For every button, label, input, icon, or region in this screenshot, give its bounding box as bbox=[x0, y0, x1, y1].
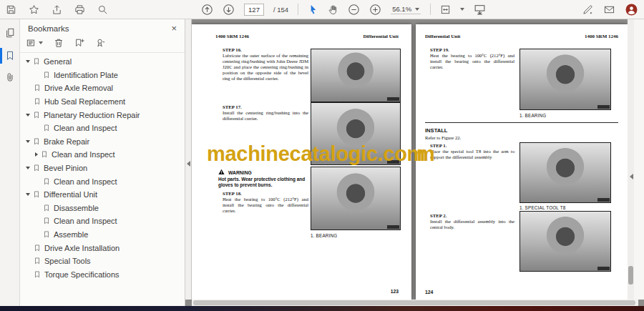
pdf-page-123[interactable]: 1400 SRM 1246 Differential Unit STEP 16.… bbox=[192, 24, 411, 300]
page-thumbnails-tab[interactable] bbox=[0, 24, 19, 42]
bookmark-item[interactable]: Bevel Pinion bbox=[20, 162, 185, 175]
bookmark-label: Assemble bbox=[54, 230, 88, 239]
toolbar-center-group: / 154 56.1% bbox=[201, 0, 486, 19]
warning-title: WARNING bbox=[228, 170, 252, 175]
user-avatar[interactable] bbox=[625, 4, 638, 16]
bookmark-label: Drive Axle Installation bbox=[44, 244, 119, 252]
zoom-level-dropdown[interactable]: 56.1% bbox=[391, 4, 421, 14]
page-header-left: 1400 SRM 1246 bbox=[215, 34, 249, 39]
chevron-down-icon[interactable] bbox=[26, 60, 30, 63]
zoom-out-icon[interactable] bbox=[348, 4, 360, 16]
bookmark-item[interactable]: Differential Unit bbox=[20, 188, 185, 202]
caret-placeholder bbox=[35, 219, 40, 222]
chevron-down-icon[interactable] bbox=[26, 167, 30, 169]
select-cursor-icon[interactable] bbox=[308, 4, 318, 15]
bookmark-tree: GeneralIdentification PlateDrive Axle Re… bbox=[20, 53, 185, 281]
bookmark-label: Disassemble bbox=[54, 204, 99, 212]
horizontal-scrollbar[interactable] bbox=[192, 300, 638, 306]
star-icon[interactable] bbox=[29, 4, 39, 15]
chevron-down-icon[interactable] bbox=[460, 8, 464, 11]
chevron-down-icon[interactable] bbox=[26, 140, 30, 143]
page-number-input[interactable] bbox=[244, 4, 264, 16]
page-number: 124 bbox=[425, 290, 433, 295]
toolbar-left-group bbox=[6, 0, 108, 19]
new-bookmark-icon[interactable] bbox=[74, 38, 84, 48]
bookmark-icon bbox=[33, 111, 40, 119]
step-18-block: STEP 18. Heat the bearing to 100°C (212°… bbox=[223, 191, 308, 214]
step-body: Lubricate the outer surface of the remai… bbox=[223, 53, 308, 82]
hand-tool-icon[interactable] bbox=[328, 4, 338, 15]
bookmark-item[interactable]: Clean and Inspect bbox=[20, 214, 185, 228]
taskbar-edge bbox=[0, 306, 644, 311]
bookmark-item[interactable]: Torque Specifications bbox=[20, 268, 185, 282]
expand-current-bookmark-icon[interactable] bbox=[95, 38, 105, 48]
bookmark-item[interactable]: Hub Seal Replacement bbox=[20, 95, 185, 109]
chevron-down-icon[interactable] bbox=[26, 193, 30, 196]
email-icon[interactable] bbox=[604, 4, 615, 15]
share-upload-icon[interactable] bbox=[52, 4, 62, 15]
bookmark-item[interactable]: Brake Repair bbox=[20, 135, 185, 149]
print-icon[interactable] bbox=[74, 4, 85, 15]
bookmarks-tab[interactable] bbox=[0, 46, 19, 65]
toolbar-right-group bbox=[582, 0, 638, 19]
figure-photo-install-step1 bbox=[519, 142, 611, 203]
page-total-label: / 154 bbox=[273, 6, 288, 14]
panel-divider[interactable] bbox=[185, 19, 192, 300]
page-header-left: Differential Unit bbox=[425, 34, 460, 39]
bookmark-item[interactable]: Identification Plate bbox=[20, 69, 185, 82]
horizontal-scrollbar-thumb[interactable] bbox=[193, 300, 635, 305]
bookmark-item[interactable]: Clean and Inspect bbox=[20, 174, 185, 188]
toolbar-separator bbox=[430, 4, 431, 15]
collapse-panel-icon[interactable] bbox=[187, 161, 190, 167]
pages-icon bbox=[5, 28, 15, 38]
bookmark-item[interactable]: Planetary Reduction Repair bbox=[20, 108, 185, 122]
chevron-right-icon[interactable] bbox=[35, 152, 38, 157]
caret-placeholder bbox=[35, 207, 40, 209]
bookmark-item[interactable]: Assemble bbox=[20, 228, 185, 242]
figure-photo-step19 bbox=[519, 49, 611, 110]
bookmark-icon bbox=[33, 190, 40, 199]
close-icon[interactable]: × bbox=[171, 24, 177, 33]
chevron-down-icon bbox=[39, 41, 43, 44]
bookmark-label: Clean and Inspect bbox=[54, 124, 117, 132]
bookmark-item[interactable]: Clean and Inspect bbox=[20, 122, 185, 135]
bookmark-item[interactable]: General bbox=[20, 55, 185, 69]
delete-bookmark-icon[interactable] bbox=[54, 38, 64, 48]
step-2-block: STEP 2. Install the differential assembl… bbox=[430, 213, 514, 230]
reading-mode-icon[interactable] bbox=[474, 4, 486, 16]
figure-photo-step18 bbox=[311, 167, 401, 230]
bookmark-item[interactable]: Clean and Inspect bbox=[20, 148, 185, 162]
attachments-tab[interactable] bbox=[0, 68, 19, 87]
chevron-down-icon[interactable] bbox=[26, 114, 30, 117]
figure-photo-step16 bbox=[311, 49, 401, 102]
bookmark-icon bbox=[34, 270, 41, 279]
pdf-page-124[interactable]: Differential Unit 1400 SRM 1246 STEP 19.… bbox=[416, 24, 628, 300]
bookmarks-panel-title: Bookmarks bbox=[28, 24, 69, 33]
page-number: 123 bbox=[391, 289, 399, 294]
collapse-right-pane-icon[interactable] bbox=[630, 174, 633, 179]
bookmark-item[interactable]: Special Tools bbox=[20, 255, 185, 268]
previous-page-icon[interactable] bbox=[201, 4, 213, 16]
install-reference: Refer to Figure 22. bbox=[425, 135, 461, 140]
bookmark-item[interactable]: Disassemble bbox=[20, 202, 185, 215]
options-list-icon bbox=[26, 38, 36, 48]
fit-page-icon[interactable] bbox=[440, 4, 451, 15]
figure-photo-step17 bbox=[311, 102, 401, 165]
save-icon[interactable] bbox=[6, 4, 16, 15]
vertical-scrollbar[interactable] bbox=[628, 19, 634, 300]
next-page-icon[interactable] bbox=[223, 4, 235, 16]
bookmark-label: Drive Axle Removal bbox=[44, 84, 113, 92]
zoom-in-icon[interactable] bbox=[369, 4, 381, 16]
fill-sign-pen-icon[interactable] bbox=[582, 4, 593, 15]
vertical-scrollbar-thumb[interactable] bbox=[628, 266, 633, 285]
bookmark-item[interactable]: Drive Axle Installation bbox=[20, 241, 185, 255]
bookmark-item[interactable]: Drive Axle Removal bbox=[20, 82, 185, 95]
document-viewport[interactable]: 1400 SRM 1246 Differential Unit STEP 16.… bbox=[192, 19, 628, 300]
step-1-block: STEP 1. Place the special tool T8 into t… bbox=[430, 143, 514, 160]
bookmark-options-button[interactable] bbox=[26, 38, 43, 48]
paperclip-icon bbox=[5, 72, 15, 82]
right-pane-strip bbox=[633, 19, 644, 300]
bookmark-label: Brake Repair bbox=[44, 137, 89, 146]
search-icon[interactable] bbox=[97, 4, 108, 15]
bookmark-icon bbox=[5, 51, 15, 61]
